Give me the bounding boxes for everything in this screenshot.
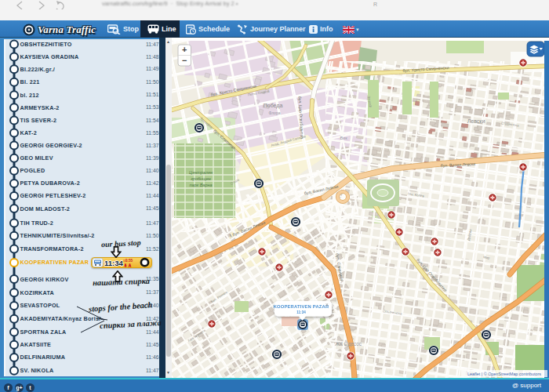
svg-text:11:34: 11:34 [296, 310, 306, 314]
svg-text:−: − [182, 56, 187, 65]
svg-text:Leaflet | © OpenStreetMap cont: Leaflet | © OpenStreetMap contributors [467, 372, 541, 376]
svg-text:Централен: Централен [189, 170, 213, 175]
svg-text:+: + [182, 45, 187, 54]
svg-text:парк Варна: парк Варна [189, 183, 212, 187]
svg-text:KOOPERATIVEN PAZAR: KOOPERATIVEN PAZAR [274, 304, 329, 309]
svg-text:≈0:55: ≈0:55 [123, 259, 133, 263]
svg-text:11:34: 11:34 [104, 259, 123, 267]
svg-text:Флора: Флора [269, 111, 281, 115]
svg-text:Победа: Победа [264, 103, 283, 109]
svg-text:×: × [325, 302, 329, 307]
svg-text:Левски: Левски [467, 118, 485, 124]
svg-text:ЖК Одесос: ЖК Одесос [335, 341, 362, 347]
svg-text:Вик: Вик [340, 136, 347, 140]
svg-text:гробищен: гробищен [191, 176, 211, 181]
